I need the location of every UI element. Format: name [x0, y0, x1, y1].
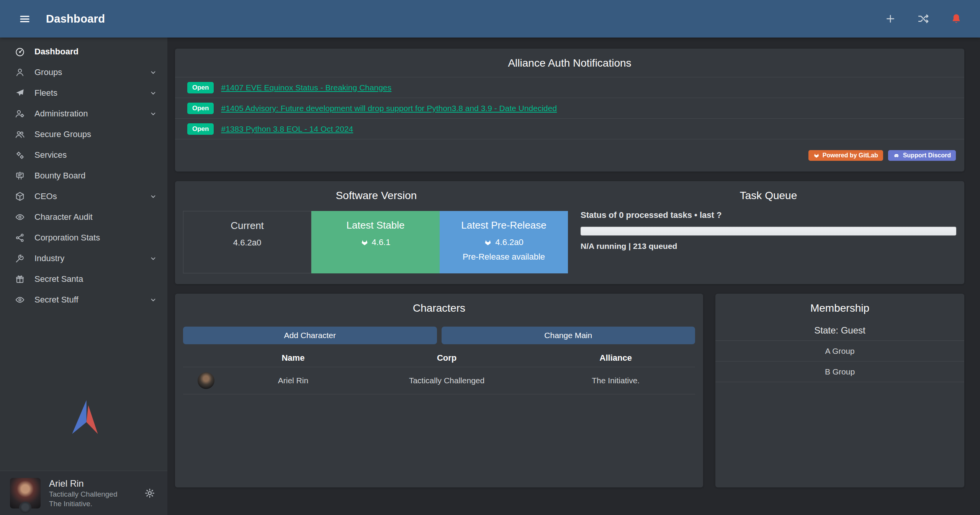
- character-alliance: The Initiative.: [537, 376, 695, 385]
- cube-icon: [14, 190, 26, 203]
- user-corp: Tactically Challenged: [49, 489, 118, 499]
- user-alliance: The Initiative.: [49, 499, 92, 508]
- sidebar-item-bounty-board[interactable]: Bounty Board: [0, 165, 167, 186]
- sidebar-item-fleets[interactable]: Fleets: [0, 83, 167, 103]
- gitlab-icon: [484, 239, 492, 246]
- chevron-down-icon: [149, 68, 157, 77]
- membership-state: State: Guest: [715, 325, 964, 336]
- sidebar-item-label: Secret Stuff: [34, 295, 79, 305]
- version-box-current: Current 4.6.2a0: [183, 211, 311, 273]
- status-badge: Open: [187, 82, 214, 93]
- task-queue-status: Status of 0 processed tasks • last ?: [581, 210, 956, 220]
- sidebar-item-label: Fleets: [34, 88, 57, 98]
- software-task-panel: Software Version Current 4.6.2a0 Latest …: [175, 181, 964, 284]
- discord-icon: [893, 152, 900, 159]
- notifications-bell-icon[interactable]: [949, 11, 964, 26]
- wrench-icon: [14, 252, 26, 265]
- chevron-down-icon: [149, 89, 157, 97]
- column-header-name: Name: [229, 353, 357, 363]
- version-value: 4.6.2a0: [233, 238, 261, 248]
- column-header-corp: Corp: [357, 353, 537, 363]
- sidebar-item-label: Secure Groups: [34, 129, 91, 139]
- membership-group-item: A Group: [715, 341, 964, 361]
- status-badge: Open: [187, 123, 214, 135]
- gitlab-icon: [361, 239, 368, 246]
- prerelease-note: Pre-Release available: [440, 252, 568, 262]
- characters-title: Characters: [183, 294, 695, 314]
- sidebar-nav: Dashboard Groups Fleets Administration: [0, 38, 167, 310]
- sidebar-item-groups[interactable]: Groups: [0, 62, 167, 83]
- corp-logo-badge: [19, 502, 31, 514]
- sidebar-item-label: Bounty Board: [34, 171, 85, 181]
- notifications-list: Open #1407 EVE Equinox Status - Breaking…: [175, 77, 964, 139]
- character-name: Ariel Rin: [229, 376, 357, 385]
- chevron-down-icon: [149, 296, 157, 304]
- version-value: 4.6.2a0: [495, 237, 523, 247]
- shuffle-icon[interactable]: [916, 11, 931, 26]
- board-icon: [14, 170, 26, 182]
- change-main-button[interactable]: Change Main: [442, 327, 695, 344]
- sidebar-item-administration[interactable]: Administration: [0, 103, 167, 124]
- character-portrait: [198, 372, 214, 389]
- notification-row: Open #1383 Python 3.8 EOL - 14 Oct 2024: [175, 119, 964, 139]
- notification-link[interactable]: #1407 EVE Equinox Status - Breaking Chan…: [221, 83, 391, 92]
- user-name: Ariel Rin: [49, 477, 118, 490]
- add-icon[interactable]: [883, 11, 898, 26]
- notification-link[interactable]: #1405 Advisory: Future development will …: [221, 104, 557, 113]
- task-queue-summary: N/A running | 213 queued: [581, 242, 956, 251]
- settings-gear-icon[interactable]: [142, 486, 157, 501]
- software-version-section: Software Version Current 4.6.2a0 Latest …: [175, 181, 569, 284]
- notification-row: Open #1407 EVE Equinox Status - Breaking…: [175, 77, 964, 98]
- jet-icon: [14, 87, 26, 99]
- characters-panel: Characters Add Character Change Main Nam…: [175, 294, 703, 487]
- sidebar-item-label: Corporation Stats: [34, 233, 100, 243]
- membership-panel: Membership State: Guest A Group B Group: [715, 294, 964, 487]
- gitlab-badge[interactable]: Powered by GitLab: [808, 150, 883, 161]
- version-box-label: Latest Stable: [311, 219, 440, 231]
- sidebar-item-label: Dashboard: [34, 47, 79, 57]
- sidebar-item-label: Services: [34, 150, 67, 160]
- sidebar-item-label: Administration: [34, 109, 88, 119]
- sidebar-item-secure-groups[interactable]: Secure Groups: [0, 124, 167, 145]
- main-content: Alliance Auth Notifications Open #1407 E…: [167, 38, 980, 515]
- gitlab-icon: [813, 152, 820, 159]
- version-box-prerelease: Latest Pre-Release 4.6.2a0 Pre-Release a…: [440, 211, 568, 273]
- sidebar-item-label: Groups: [34, 67, 62, 77]
- add-character-button[interactable]: Add Character: [183, 327, 437, 344]
- discord-badge[interactable]: Support Discord: [888, 150, 956, 161]
- sidebar-item-secret-stuff[interactable]: Secret Stuff: [0, 289, 167, 310]
- cogs-icon: [14, 149, 26, 161]
- task-queue-progressbar: [581, 227, 956, 235]
- gauge-icon: [14, 46, 26, 58]
- eye-icon: [14, 294, 26, 306]
- sidebar-item-industry[interactable]: Industry: [0, 248, 167, 269]
- notifications-panel: Alliance Auth Notifications Open #1407 E…: [175, 49, 964, 172]
- sidebar-item-services[interactable]: Services: [0, 145, 167, 165]
- task-queue-title: Task Queue: [581, 181, 956, 202]
- sidebar-item-corporation-stats[interactable]: Corporation Stats: [0, 227, 167, 248]
- sidebar-item-character-audit[interactable]: Character Audit: [0, 207, 167, 227]
- task-queue-section: Task Queue Status of 0 processed tasks •…: [569, 181, 964, 284]
- alliance-auth-logo: [0, 399, 167, 436]
- menu-toggle-icon[interactable]: [16, 10, 33, 27]
- character-corp: Tactically Challenged: [357, 376, 537, 385]
- sidebar-item-dashboard[interactable]: Dashboard: [0, 41, 167, 62]
- sidebar-item-ceos[interactable]: CEOs: [0, 186, 167, 207]
- chevron-down-icon: [149, 192, 157, 201]
- share-nodes-icon: [14, 232, 26, 244]
- membership-title: Membership: [715, 294, 964, 314]
- version-box-label: Latest Pre-Release: [440, 219, 568, 231]
- eye-icon: [14, 211, 26, 223]
- status-badge: Open: [187, 103, 214, 114]
- gitlab-badge-label: Powered by GitLab: [823, 152, 878, 159]
- user-gear-icon: [14, 108, 26, 120]
- notification-link[interactable]: #1383 Python 3.8 EOL - 14 Oct 2024: [221, 124, 353, 134]
- users-icon: [14, 128, 26, 141]
- sidebar-item-secret-santa[interactable]: Secret Santa: [0, 269, 167, 289]
- membership-group-list: A Group B Group: [715, 340, 964, 382]
- sidebar-user-panel: Ariel Rin Tactically Challenged The Init…: [0, 471, 167, 515]
- chevron-down-icon: [149, 254, 157, 263]
- top-navbar: Dashboard: [0, 0, 980, 38]
- notifications-title: Alliance Auth Notifications: [175, 49, 964, 69]
- version-value: 4.6.1: [372, 237, 391, 247]
